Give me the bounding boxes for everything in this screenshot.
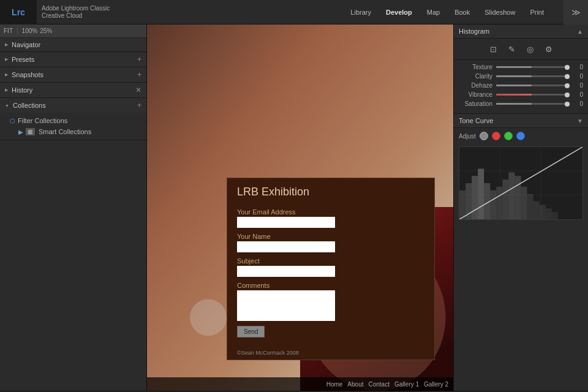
logo-lrc: Lrc: [12, 7, 25, 17]
history-header[interactable]: ▶ History ✕: [0, 83, 146, 97]
email-label: Your Email Address: [237, 208, 424, 216]
comments-textarea[interactable]: [237, 290, 335, 321]
collections-add-icon[interactable]: +: [137, 101, 141, 110]
texture-slider-row: Texture 0: [459, 64, 583, 70]
slideshow-about-link[interactable]: About: [347, 381, 363, 388]
clarity-thumb[interactable]: [565, 74, 570, 79]
vibrance-value: 0: [571, 91, 583, 98]
filter-collections-label: Filter Collections: [18, 117, 67, 124]
tab-slideshow[interactable]: Slideshow: [477, 6, 522, 18]
slideshow-contact-link[interactable]: Contact: [369, 381, 390, 388]
tone-curve-svg: [459, 147, 582, 219]
send-button[interactable]: Send: [237, 326, 265, 337]
saturation-slider[interactable]: [496, 103, 567, 105]
tone-curve-canvas[interactable]: [459, 146, 583, 220]
red-circle[interactable]: [492, 132, 500, 140]
collections-content: ⬡ Filter Collections ▶ ▦ Smart Collectio…: [0, 113, 146, 140]
sliders-area: Texture 0 Clarity 0 Dehaze: [454, 60, 588, 114]
texture-thumb[interactable]: [565, 65, 570, 70]
tab-map[interactable]: Map: [420, 6, 447, 18]
navigator-triangle: ▶: [5, 42, 8, 47]
svg-rect-13: [472, 176, 478, 219]
name-input[interactable]: [237, 241, 335, 252]
svg-rect-20: [514, 176, 521, 219]
snapshots-label: Snapshots: [12, 71, 43, 78]
tone-curve-label: Tone Curve: [459, 117, 493, 124]
tab-print[interactable]: Print: [522, 6, 551, 18]
svg-rect-23: [533, 202, 540, 220]
history-triangle: ▶: [5, 88, 8, 92]
navigator-label: Navigator: [12, 41, 40, 48]
snapshots-triangle: ▶: [5, 72, 8, 77]
dehaze-thumb[interactable]: [565, 83, 570, 88]
app-info: Adobe Lightroom Classic Creative Cloud: [37, 5, 343, 19]
collections-section: ▼ Collections + ⬡ Filter Collections ▶ ▦…: [0, 98, 146, 140]
popup-copyright: ©Sean McCormack 2008: [227, 347, 434, 360]
email-input[interactable]: [237, 217, 335, 228]
main-layout: FIT | 100% 25% ▶ Navigator ▶ Presets +: [0, 24, 588, 391]
dehaze-slider[interactable]: [496, 85, 567, 86]
presets-add-icon[interactable]: +: [137, 55, 141, 64]
app-name: Adobe Lightroom Classic: [42, 5, 343, 12]
tab-book[interactable]: Book: [447, 6, 477, 18]
percent-label[interactable]: 25%: [40, 28, 52, 34]
slideshow-home-link[interactable]: Home: [326, 381, 343, 388]
snapshots-header[interactable]: ▶ Snapshots +: [0, 67, 146, 82]
right-panel: Histogram ▲ ⊡ ✎ ◎ ⚙ Texture 0 Clarity: [453, 24, 588, 391]
slideshow-gallery2-link[interactable]: Gallery 2: [424, 381, 448, 388]
dehaze-fill: [496, 85, 532, 86]
collections-triangle: ▼: [5, 104, 9, 108]
svg-rect-17: [496, 187, 502, 219]
texture-label: Texture: [459, 64, 492, 70]
tone-curve-collapse-icon[interactable]: ▼: [577, 118, 583, 124]
clarity-slider[interactable]: [496, 75, 567, 77]
tone-curve-section: Tone Curve ▼ Adjust: [454, 114, 588, 391]
adjust-label: Adjust: [459, 133, 476, 140]
vibrance-thumb[interactable]: [565, 92, 570, 97]
svg-rect-11: [459, 190, 466, 219]
gear-tool-icon[interactable]: ⚙: [542, 42, 556, 56]
slideshow-gallery1-link[interactable]: Gallery 1: [394, 381, 419, 388]
clarity-slider-row: Clarity 0: [459, 73, 583, 80]
presets-header[interactable]: ▶ Presets +: [0, 52, 146, 67]
histogram-collapse-icon[interactable]: ▲: [577, 28, 583, 35]
tab-develop[interactable]: Develop: [379, 6, 420, 18]
history-clear-icon[interactable]: ✕: [135, 86, 141, 94]
svg-rect-15: [484, 183, 490, 219]
svg-rect-18: [502, 179, 508, 219]
brush-tool-icon[interactable]: ✎: [505, 42, 519, 56]
popup-title: LRB Exhibition: [227, 178, 434, 203]
subject-input[interactable]: [237, 266, 335, 277]
navigator-header[interactable]: ▶ Navigator: [0, 38, 146, 51]
top-bar: Lrc Adobe Lightroom Classic Creative Clo…: [0, 0, 588, 24]
svg-rect-26: [552, 212, 558, 219]
smart-collections-label: Smart Collections: [39, 128, 91, 135]
svg-rect-22: [527, 194, 533, 219]
smart-collections-item[interactable]: ▶ ▦ Smart Collections: [0, 126, 146, 137]
tool-icons-bar: ⊡ ✎ ◎ ⚙: [454, 39, 588, 60]
dehaze-label: Dehaze: [459, 82, 492, 89]
name-label: Your Name: [237, 233, 424, 240]
top-right-icon[interactable]: ≫: [564, 0, 588, 24]
fit-label[interactable]: FIT: [4, 28, 13, 34]
clarity-fill: [496, 75, 532, 77]
green-circle[interactable]: [504, 132, 513, 140]
filter-collections-item[interactable]: ⬡ Filter Collections: [0, 115, 146, 126]
rgb-circle[interactable]: [480, 132, 488, 140]
tab-library[interactable]: Library: [343, 6, 379, 18]
vibrance-slider[interactable]: [496, 94, 567, 96]
smart-collections-icon: ▶: [18, 129, 23, 135]
texture-slider[interactable]: [496, 66, 567, 68]
blue-circle[interactable]: [516, 132, 525, 140]
zoom-label[interactable]: 100%: [22, 28, 38, 34]
snapshots-add-icon[interactable]: +: [137, 70, 141, 79]
eye-tool-icon[interactable]: ◎: [524, 42, 537, 56]
subject-label: Subject: [237, 257, 424, 265]
histogram-label: Histogram: [459, 28, 489, 35]
vibrance-fill: [496, 94, 532, 96]
popup-form: Your Email Address Your Name Subject Com…: [227, 208, 434, 347]
vibrance-slider-row: Vibrance 0: [459, 91, 583, 98]
saturation-thumb[interactable]: [565, 102, 570, 107]
collections-header[interactable]: ▼ Collections +: [0, 98, 146, 113]
crop-tool-icon[interactable]: ⊡: [487, 42, 500, 56]
